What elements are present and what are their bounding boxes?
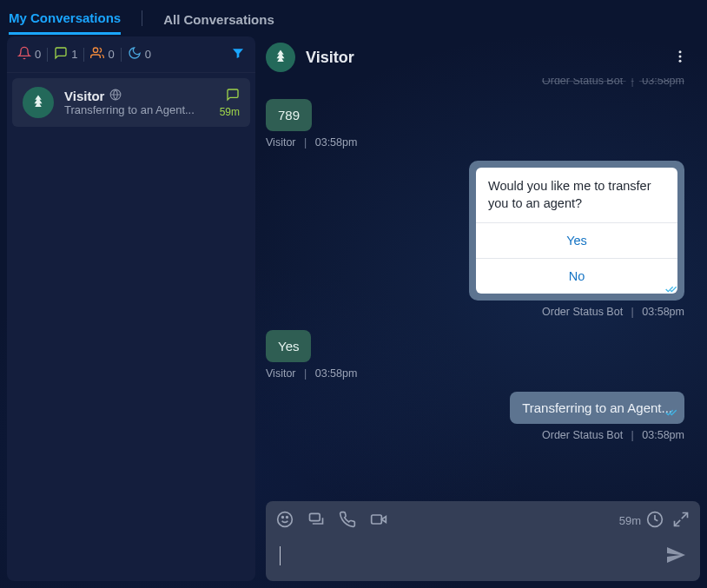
dots-vertical-icon bbox=[672, 53, 688, 67]
message-meta: Visitor | 03:58pm bbox=[266, 367, 357, 380]
top-tabs: My Conversations All Conversations bbox=[0, 0, 707, 36]
conversation-preview: Transferring to an Agent... bbox=[64, 103, 209, 116]
timer-value: 59m bbox=[619, 514, 641, 527]
message-sender: Order Status Bot bbox=[542, 429, 623, 441]
message-sender: Order Status Bot bbox=[542, 78, 623, 87]
read-receipt-icon bbox=[665, 406, 679, 420]
message-time: 03:58pm bbox=[315, 367, 358, 380]
canned-response-button[interactable] bbox=[307, 511, 325, 531]
message-time: 03:58pm bbox=[642, 429, 684, 441]
message-time: 03:58pm bbox=[642, 78, 684, 87]
message-meta: Order Status Bot | 03:58pm bbox=[542, 78, 684, 87]
video-call-button[interactable] bbox=[370, 511, 387, 531]
message-input[interactable] bbox=[280, 539, 657, 572]
conversation-list: Visitor Transferring to an Agent... 59m bbox=[7, 73, 255, 581]
filter-bar: 0 1 0 0 bbox=[7, 36, 255, 73]
stat-active-chats-count: 1 bbox=[71, 48, 77, 61]
message-meta: Order Status Bot | 03:58pm bbox=[542, 429, 684, 441]
text-caret bbox=[280, 546, 281, 565]
tree-icon bbox=[273, 49, 288, 67]
expand-icon bbox=[672, 518, 690, 531]
separator bbox=[47, 48, 48, 62]
message-sender: Visitor bbox=[266, 136, 296, 149]
tab-divider bbox=[142, 10, 142, 26]
users-icon bbox=[90, 46, 104, 63]
message-time: 03:58pm bbox=[315, 136, 358, 149]
tree-icon bbox=[30, 94, 46, 112]
card-question: Would you like me to transfer you to an … bbox=[476, 168, 677, 223]
svg-point-6 bbox=[282, 516, 284, 518]
stat-alerts-count: 0 bbox=[35, 48, 41, 61]
send-button[interactable] bbox=[665, 545, 686, 568]
smile-icon bbox=[276, 517, 294, 531]
message-sender: Visitor bbox=[266, 367, 296, 380]
stat-away[interactable]: 0 bbox=[128, 46, 151, 63]
globe-icon bbox=[109, 89, 122, 103]
more-menu-button[interactable] bbox=[664, 43, 697, 72]
message-row: Transferring to an Agent... Order Status… bbox=[266, 392, 684, 441]
message-meta: Order Status Bot | 03:58pm bbox=[542, 306, 684, 318]
chat-header: Visitor bbox=[266, 36, 700, 78]
emoji-button[interactable] bbox=[276, 511, 294, 531]
message-row: 789 Visitor | 03:58pm bbox=[266, 99, 684, 149]
conversation-title: Visitor bbox=[64, 89, 104, 103]
separator bbox=[83, 48, 84, 62]
audio-call-button[interactable] bbox=[339, 511, 356, 531]
conversation-time: 59m bbox=[220, 106, 240, 118]
bot-message: Transferring to an Agent... bbox=[510, 392, 684, 424]
card-option-yes[interactable]: Yes bbox=[476, 223, 677, 259]
composer: 59m bbox=[266, 501, 700, 581]
message-row: Would you like me to transfer you to an … bbox=[266, 161, 684, 318]
stat-group[interactable]: 0 bbox=[90, 46, 114, 63]
svg-point-0 bbox=[94, 48, 98, 52]
svg-point-2 bbox=[679, 50, 682, 53]
chat-body: Order Status Bot | 03:58pm 789 Visitor |… bbox=[266, 78, 700, 494]
svg-point-7 bbox=[287, 516, 288, 518]
tab-all-conversations[interactable]: All Conversations bbox=[163, 3, 274, 34]
bot-card: Would you like me to transfer you to an … bbox=[469, 161, 684, 301]
message-meta: Visitor | 03:58pm bbox=[266, 136, 357, 149]
avatar bbox=[23, 87, 54, 118]
stat-away-count: 0 bbox=[145, 48, 151, 61]
bell-icon bbox=[17, 46, 31, 63]
message-row: Yes Visitor | 03:58pm bbox=[266, 330, 684, 380]
svg-point-5 bbox=[278, 512, 293, 526]
clock-icon bbox=[646, 511, 664, 531]
card-option-no[interactable]: No bbox=[476, 259, 677, 294]
svg-rect-8 bbox=[310, 513, 320, 520]
conversation-sidebar: 0 1 0 0 bbox=[7, 36, 255, 581]
chat-avatar bbox=[266, 43, 295, 72]
message-sender: Order Status Bot bbox=[542, 306, 623, 318]
conversation-meta: 59m bbox=[220, 88, 240, 118]
stat-alerts[interactable]: 0 bbox=[17, 46, 41, 63]
visitor-message: Yes bbox=[266, 330, 311, 362]
stat-group-count: 0 bbox=[108, 48, 114, 61]
video-icon bbox=[370, 517, 387, 531]
chat-title: Visitor bbox=[306, 49, 354, 67]
chat-icon bbox=[54, 46, 68, 63]
chat-scroll[interactable]: Order Status Bot | 03:58pm 789 Visitor |… bbox=[266, 78, 700, 494]
message-time: 03:58pm bbox=[642, 306, 684, 318]
svg-rect-9 bbox=[372, 515, 382, 524]
visitor-message: 789 bbox=[266, 99, 312, 131]
moon-icon bbox=[128, 46, 142, 63]
filter-button[interactable] bbox=[231, 46, 245, 63]
timer: 59m bbox=[619, 511, 664, 531]
conversation-item[interactable]: Visitor Transferring to an Agent... 59m bbox=[12, 78, 250, 127]
svg-point-4 bbox=[679, 59, 682, 62]
bot-message-text: Transferring to an Agent... bbox=[522, 400, 672, 415]
filter-icon bbox=[231, 49, 245, 63]
phone-icon bbox=[339, 517, 356, 531]
stat-active-chats[interactable]: 1 bbox=[54, 46, 77, 63]
separator bbox=[121, 48, 122, 62]
read-receipt-icon bbox=[665, 283, 679, 297]
svg-point-3 bbox=[679, 55, 682, 57]
conversation-text: Visitor Transferring to an Agent... bbox=[64, 89, 209, 116]
send-icon bbox=[665, 554, 686, 568]
chat-panel: Visitor Order Status Bot | 03:58pm bbox=[266, 36, 700, 581]
expand-button[interactable] bbox=[672, 511, 690, 531]
chat-stack-icon bbox=[307, 517, 325, 531]
chat-bubble-icon bbox=[226, 90, 240, 104]
tab-my-conversations[interactable]: My Conversations bbox=[9, 2, 121, 35]
